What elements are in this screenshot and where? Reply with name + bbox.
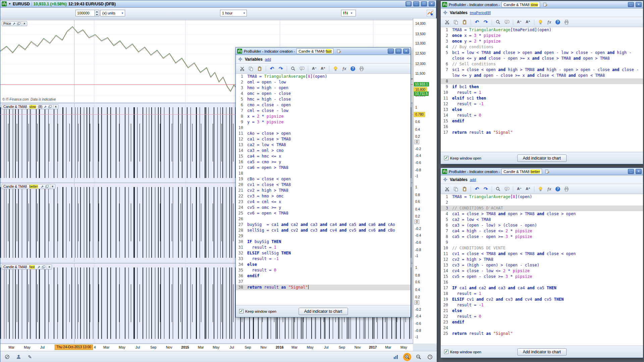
search-button[interactable] xyxy=(494,185,502,193)
keep-window-open-checkbox[interactable]: ✓ Keep window open xyxy=(444,350,481,354)
help-button[interactable]: ? xyxy=(554,18,561,26)
undo-button[interactable]: ↶ xyxy=(473,18,481,26)
variables-add-link[interactable]: add xyxy=(470,178,476,182)
indicator-panel-chip[interactable]: Candle & TMA8 better × xyxy=(2,184,55,189)
comment-button[interactable] xyxy=(298,65,306,72)
code-line[interactable]: 33 result = -1 xyxy=(236,256,411,262)
copy-button[interactable] xyxy=(247,65,255,72)
code-line[interactable]: 34else xyxy=(236,262,411,267)
popout-window-icon[interactable] xyxy=(42,265,45,269)
increase-font-button[interactable]: A⁺ xyxy=(524,18,532,26)
code-line[interactable]: 20cv1 = close < TMA8 xyxy=(236,182,411,188)
apps-grid-button[interactable] xyxy=(406,1,412,6)
zoom-in-icon[interactable] xyxy=(403,353,411,361)
variables-add-link[interactable]: add xyxy=(265,57,271,61)
code-line[interactable]: 30IF buySig THEN xyxy=(236,239,411,245)
popout-window-icon[interactable] xyxy=(48,105,52,109)
code-line[interactable]: 16 xyxy=(441,124,643,130)
close-panel-icon[interactable]: × xyxy=(50,185,54,188)
code-line[interactable]: 4// Buy conditions xyxy=(441,44,643,50)
code-line[interactable]: 1TMA8 = TriangularAverage[8](open) xyxy=(441,194,643,200)
code-line[interactable]: 8ca5 = close - open >= 3 * pipsize xyxy=(441,234,643,240)
wrench-icon[interactable] xyxy=(41,185,44,188)
code-line[interactable]: 16ca5 = cmo >= y xyxy=(236,159,411,165)
code-line[interactable]: 3once y = 2 * pipsize xyxy=(441,39,643,44)
code-line[interactable]: 20 result = -1 xyxy=(441,302,643,308)
help-button[interactable]: ? xyxy=(349,65,357,72)
code-line[interactable]: 11elsif sc1 then xyxy=(441,96,643,101)
indicator-name-input[interactable]: Candle & TMA8 fast xyxy=(297,48,333,54)
indicator-name-input[interactable]: Candle & TMA8 better xyxy=(501,169,542,174)
close-button[interactable]: × xyxy=(636,169,642,174)
code-line[interactable]: 3// CONDITIONS D'ACHAT xyxy=(441,205,643,211)
code-line[interactable]: 18 xyxy=(236,171,411,176)
code-line[interactable]: 11cAo = close > open xyxy=(236,131,411,136)
print-button[interactable] xyxy=(563,185,570,193)
x-axis[interactable]: MarMayJul4MarMayJulSepNov2015MarMayJulSe… xyxy=(0,344,413,351)
wrench-icon[interactable] xyxy=(12,22,16,25)
price-panel-chip[interactable]: Price × xyxy=(2,21,27,26)
lightbulb-icon[interactable] xyxy=(537,185,544,193)
code-line[interactable]: 22 result = 0 xyxy=(441,314,643,319)
undo-button[interactable]: ↶ xyxy=(473,185,481,193)
rename-indicator-icon[interactable] xyxy=(542,1,549,8)
code-line[interactable]: 11cv1 = close < TMA8 and open < TMA8 and… xyxy=(441,251,643,257)
chart-style-button[interactable]: ▼ xyxy=(341,10,356,16)
code-line[interactable]: 5ca2 = low < TMA8 xyxy=(441,217,643,223)
step-down-icon[interactable] xyxy=(95,13,99,16)
symbol-dropdown-icon[interactable]: ▼ xyxy=(8,2,11,5)
popout-window-icon[interactable] xyxy=(17,22,20,25)
code-line[interactable]: 15endif xyxy=(441,118,643,124)
code-line[interactable]: 17ca6 = open > TMA8 xyxy=(236,165,411,171)
code-line[interactable]: 5bc1 = low < TMA8 and close > open and o… xyxy=(441,50,643,61)
close-panel-icon[interactable]: × xyxy=(22,22,25,25)
add-indicator-button[interactable]: Add indicator to chart xyxy=(517,348,567,356)
redo-button[interactable]: ↷ xyxy=(482,185,489,193)
paste-button[interactable] xyxy=(461,185,468,193)
minimize-button[interactable]: _ xyxy=(628,169,634,174)
code-line[interactable]: 38return result as "Signal" xyxy=(236,285,411,290)
close-panel-icon[interactable]: × xyxy=(53,105,57,109)
minimize-button[interactable]: _ xyxy=(628,2,634,7)
close-panel-icon[interactable]: × xyxy=(47,265,50,269)
code-line[interactable]: 16 xyxy=(441,280,643,285)
units-select[interactable]: (x) units▼ xyxy=(100,10,125,16)
paste-button[interactable] xyxy=(461,18,468,26)
code-line[interactable]: 24 xyxy=(441,325,643,331)
keep-window-open-checkbox[interactable]: ✓ Keep window open xyxy=(444,156,481,160)
maximize-button[interactable]: □ xyxy=(395,49,401,54)
code-line[interactable]: 12 result = -1 xyxy=(441,101,643,107)
code-line[interactable]: 28sellSig = cv1 and cv2 and cv3 and cv4 … xyxy=(236,228,411,233)
redo-button[interactable]: ↷ xyxy=(277,65,284,72)
code-line[interactable]: 25return result as "Signal" xyxy=(441,331,643,337)
no-symbol-icon[interactable] xyxy=(3,353,11,361)
wrench-icon[interactable] xyxy=(37,265,41,269)
code-line[interactable]: 8 xyxy=(441,78,643,84)
increase-font-button[interactable]: A⁺ xyxy=(524,185,532,193)
code-line[interactable]: 18 result = 1 xyxy=(441,291,643,297)
code-line[interactable]: 5hmc = high - close xyxy=(236,97,411,102)
code-line[interactable]: 19ELSIF cv1 and cv2 and cv3 and cv4 and … xyxy=(441,297,643,302)
help-button[interactable]: ? xyxy=(554,185,561,193)
cut-button[interactable] xyxy=(443,185,451,193)
comment-button[interactable] xyxy=(503,18,511,26)
rename-indicator-icon[interactable] xyxy=(544,168,551,175)
code-line[interactable]: 15ca4 = hmc <= x xyxy=(236,154,411,159)
insert-function-button[interactable]: ƒx xyxy=(545,185,553,193)
lightbulb-icon[interactable] xyxy=(537,18,544,26)
code-line[interactable]: 2 xyxy=(441,200,643,205)
code-line[interactable]: 17return result as "Signal" xyxy=(441,130,643,135)
code-line[interactable]: 13cv3 = (high - open) > (open - close) xyxy=(441,262,643,268)
minimize-button[interactable]: _ xyxy=(388,49,394,54)
code-editor[interactable]: 1TMA8 = TriangularAverage[8](open)2oml =… xyxy=(236,74,411,305)
code-line[interactable]: 7sc1 = close < open and high > TMA8 and … xyxy=(441,67,643,78)
paste-button[interactable] xyxy=(256,65,263,72)
code-line[interactable]: 3hmo = high - open xyxy=(236,85,411,91)
copy-button[interactable] xyxy=(452,185,460,193)
code-line[interactable]: 9 xyxy=(441,240,643,245)
indicator-name-input[interactable]: Candle & TMA8 slow xyxy=(501,2,540,7)
code-line[interactable]: 6// Sell conditions xyxy=(441,61,643,67)
increase-font-button[interactable]: A⁺ xyxy=(319,65,327,72)
maximize-button[interactable]: □ xyxy=(421,1,427,6)
code-line[interactable]: 10 result = 1 xyxy=(441,90,643,96)
